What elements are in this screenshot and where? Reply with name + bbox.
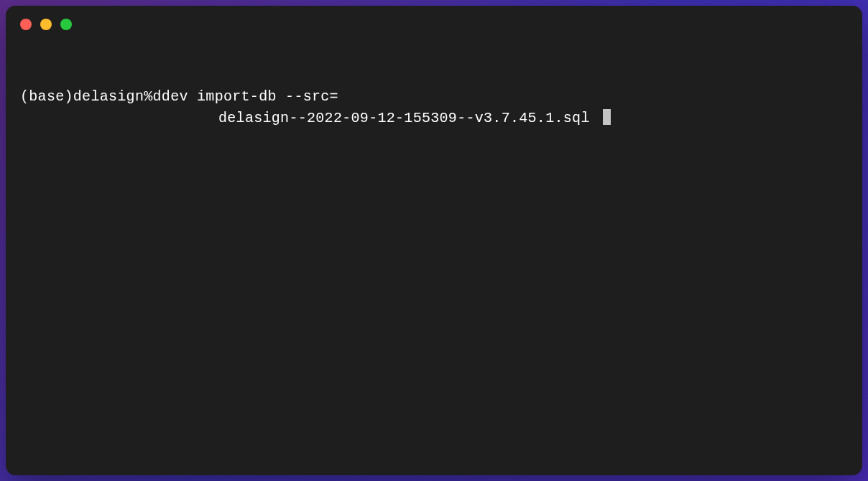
command-part-1: ddev import-db --src=	[153, 86, 338, 108]
maximize-button[interactable]	[60, 19, 72, 30]
prompt-env: (base)	[20, 86, 73, 108]
terminal-window: (base) delasign % ddev import-db --src= …	[6, 6, 862, 475]
command-part-2: delasign--2022-09-12-155309--v3.7.45.1.s…	[218, 110, 590, 126]
prompt-dir: delasign	[73, 86, 144, 108]
title-bar	[6, 6, 862, 45]
close-button[interactable]	[20, 19, 32, 30]
terminal-line-2: delasign--2022-09-12-155309--v3.7.45.1.s…	[20, 108, 848, 129]
prompt-symbol: %	[144, 86, 152, 108]
traffic-lights	[20, 19, 72, 30]
cursor-icon	[603, 109, 611, 125]
minimize-button[interactable]	[40, 19, 52, 30]
terminal-content[interactable]: (base) delasign % ddev import-db --src= …	[6, 45, 862, 475]
terminal-line-1: (base) delasign % ddev import-db --src=	[20, 86, 848, 108]
